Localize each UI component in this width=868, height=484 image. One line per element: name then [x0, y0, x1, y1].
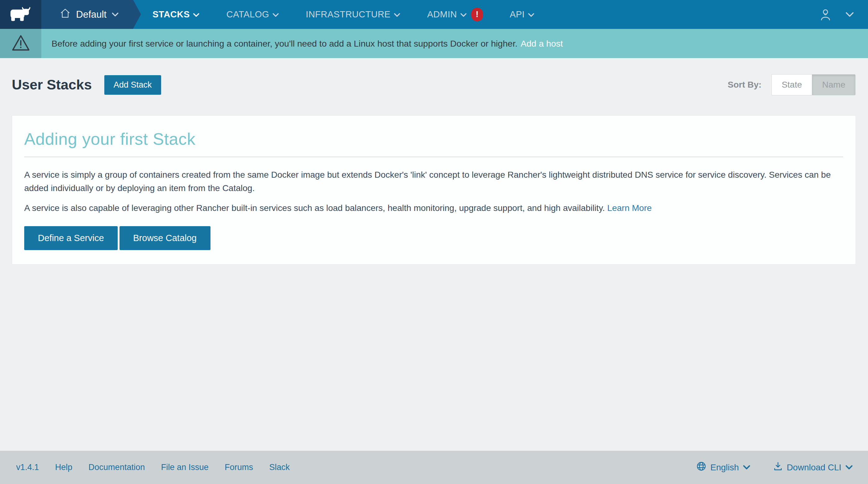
chevron-down-icon: [193, 13, 199, 18]
nav-item-admin[interactable]: ADMIN !: [427, 8, 483, 22]
chevron-down-icon: [394, 13, 400, 18]
service-capabilities-text: A service is also capable of leveraging …: [24, 203, 605, 213]
chevron-down-icon: [528, 13, 535, 18]
warning-triangle-icon: [10, 33, 31, 54]
chevron-down-icon: [272, 13, 279, 18]
main-menu: STACKS CATALOG INFRASTRUCTURE ADMIN !: [152, 0, 535, 29]
language-selector[interactable]: English: [696, 461, 751, 474]
rancher-cow-icon: [9, 5, 33, 24]
environment-switcher[interactable]: Default: [41, 0, 133, 29]
nav-item-catalog[interactable]: CATALOG: [226, 9, 279, 20]
browse-catalog-button[interactable]: Browse Catalog: [120, 226, 211, 250]
page-header-row: User Stacks Add Stack Sort By: State Nam…: [0, 74, 868, 95]
sort-name-button[interactable]: Name: [812, 74, 856, 95]
nav-item-infrastructure[interactable]: INFRASTRUCTURE: [306, 9, 400, 20]
warning-icon-box: [0, 29, 41, 58]
top-navigation-bar: Default STACKS CATALOG INFRASTRUCTURE AD…: [0, 0, 868, 29]
environment-arrow-shape: [133, 0, 141, 29]
user-account-icon[interactable]: [818, 7, 833, 22]
page-title: User Stacks: [12, 77, 92, 93]
footer-link-forums[interactable]: Forums: [225, 462, 253, 472]
nav-item-label: CATALOG: [226, 9, 269, 20]
add-stack-button[interactable]: Add Stack: [104, 75, 161, 95]
footer-link-slack[interactable]: Slack: [269, 462, 290, 472]
nav-item-api[interactable]: API: [510, 9, 535, 20]
nav-item-label: API: [510, 9, 525, 20]
card-divider: [24, 156, 843, 157]
card-title: Adding your first Stack: [24, 129, 843, 148]
nav-item-stacks[interactable]: STACKS: [152, 9, 199, 20]
footer-right-controls: English Download CLI: [696, 461, 853, 474]
chevron-down-icon: [460, 13, 467, 18]
sort-by-group: Sort By: State Name: [728, 74, 856, 95]
add-host-warning-banner: Before adding your first service or laun…: [0, 29, 868, 58]
footer-link-documentation[interactable]: Documentation: [89, 462, 145, 472]
first-stack-welcome-card: Adding your first Stack A service is sim…: [12, 115, 856, 265]
download-cli-menu[interactable]: Download CLI: [773, 461, 853, 474]
download-icon: [773, 461, 783, 474]
sort-by-label: Sort By:: [728, 80, 762, 90]
environment-name: Default: [76, 9, 106, 20]
service-capabilities-paragraph: A service is also capable of leveraging …: [24, 202, 843, 215]
define-a-service-button[interactable]: Define a Service: [24, 226, 118, 250]
sort-state-button[interactable]: State: [771, 74, 812, 95]
home-icon: [59, 7, 71, 22]
version-label: v1.4.1: [16, 462, 39, 472]
learn-more-link[interactable]: Learn More: [607, 203, 652, 213]
nav-item-label: STACKS: [152, 9, 190, 20]
footer-link-help[interactable]: Help: [55, 462, 73, 472]
service-description-paragraph: A service is simply a group of container…: [24, 168, 843, 195]
add-a-host-link[interactable]: Add a host: [521, 38, 563, 49]
banner-message: Before adding your first service or laun…: [52, 38, 518, 49]
chevron-down-icon: [845, 465, 853, 470]
admin-alert-badge: !: [471, 8, 483, 22]
account-menu-chevron-icon[interactable]: [844, 11, 855, 18]
language-label: English: [710, 462, 739, 473]
download-cli-label: Download CLI: [787, 462, 841, 473]
card-action-buttons: Define a Service Browse Catalog: [24, 226, 843, 250]
footer: v1.4.1 Help Documentation File an Issue …: [0, 451, 868, 484]
chevron-down-icon: [743, 465, 751, 470]
nav-right-controls: [818, 0, 868, 29]
footer-links: v1.4.1 Help Documentation File an Issue …: [16, 462, 290, 472]
globe-icon: [696, 461, 707, 474]
rancher-logo[interactable]: [0, 0, 41, 29]
nav-item-label: ADMIN: [427, 9, 457, 20]
footer-link-file-an-issue[interactable]: File an Issue: [161, 462, 209, 472]
banner-message-area: Before adding your first service or laun…: [41, 29, 868, 58]
nav-item-label: INFRASTRUCTURE: [306, 9, 391, 20]
chevron-down-icon: [112, 12, 119, 17]
